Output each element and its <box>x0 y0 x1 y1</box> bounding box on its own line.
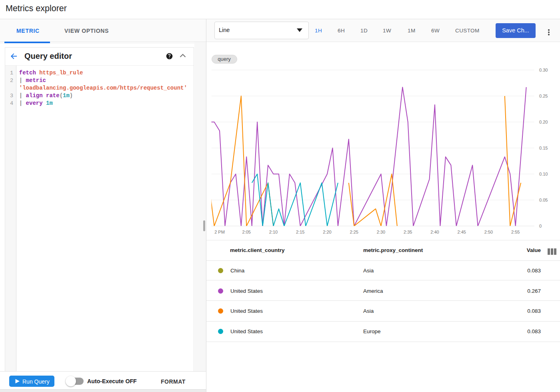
svg-text:2:05: 2:05 <box>242 230 251 234</box>
svg-text:0: 0 <box>539 224 542 228</box>
svg-text:2:20: 2:20 <box>323 230 331 234</box>
svg-text:0.10: 0.10 <box>539 172 548 176</box>
svg-text:2:45: 2:45 <box>458 230 466 234</box>
svg-text:2:15: 2:15 <box>296 230 304 234</box>
svg-text:2:30: 2:30 <box>377 230 385 234</box>
svg-text:2:10: 2:10 <box>269 230 278 234</box>
svg-text:2:55: 2:55 <box>511 230 520 234</box>
svg-text:0.05: 0.05 <box>539 198 548 202</box>
svg-text:2 PM: 2 PM <box>214 230 225 234</box>
svg-text:2:40: 2:40 <box>430 230 439 234</box>
svg-text:0.20: 0.20 <box>539 120 548 124</box>
svg-text:2:50: 2:50 <box>484 230 493 234</box>
svg-text:0.30: 0.30 <box>539 68 548 72</box>
svg-text:2:25: 2:25 <box>350 230 358 234</box>
svg-text:2:35: 2:35 <box>404 230 412 234</box>
svg-text:0.15: 0.15 <box>539 146 548 150</box>
svg-text:0.25: 0.25 <box>539 94 548 98</box>
